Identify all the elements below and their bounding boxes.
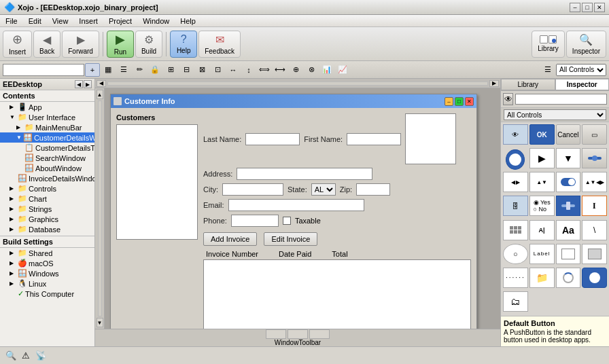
status-search-icon[interactable]: 🔍	[5, 350, 16, 361]
menu-window[interactable]: Window	[137, 16, 175, 26]
ctrl-db-icons[interactable]: 🗄	[503, 196, 528, 216]
edit-invoice-button[interactable]: Edit Invoice	[264, 232, 317, 246]
minimize-button[interactable]: –	[570, 3, 580, 12]
forward-button[interactable]: ▶ Forward	[62, 31, 99, 58]
toolbar2-insert-btn[interactable]: +	[85, 63, 100, 77]
toolbar2-pencil-btn[interactable]: ✏	[132, 63, 147, 77]
ctrl-cancel-btn[interactable]: Cancel	[556, 124, 581, 145]
insert-button[interactable]: ⊕ Insert	[3, 31, 32, 58]
ctrl-folder[interactable]: 📁	[529, 268, 555, 288]
library-button[interactable]: Library	[532, 31, 565, 58]
tree-item-custdetails[interactable]: ▼ 🪟 CustomerDetailsWindow	[0, 132, 94, 143]
ctrl-ok-btn[interactable]: OK	[529, 124, 555, 145]
inspector-button[interactable]: 🔍 Inspector	[566, 31, 606, 58]
run-button[interactable]: ▶ Run	[107, 31, 134, 58]
feedback-button[interactable]: ✉ Feedback	[198, 31, 241, 58]
city-input[interactable]	[222, 183, 283, 196]
ctrl-dots[interactable]: ······	[503, 268, 528, 288]
win-minimize-btn[interactable]: –	[445, 97, 453, 106]
nav-left-btn[interactable]: ◀	[75, 80, 83, 88]
toolbar2-tb6-btn[interactable]: ⟷	[273, 63, 288, 77]
toolbar2-grid2-btn[interactable]: ⊞	[163, 63, 178, 77]
menu-project[interactable]: Project	[103, 16, 137, 26]
toolbar2-tb9-btn[interactable]: 📊	[319, 63, 334, 77]
ctrl-text-edit-selected[interactable]: 𝐈	[582, 196, 607, 216]
tree-item-shared[interactable]: ▶ 📁 Shared	[0, 248, 94, 258]
canvas-scroll-right[interactable]: ▶	[489, 80, 499, 87]
tree-item-ui[interactable]: ▼ 📁 User Interface	[0, 112, 94, 122]
toolbar2-tb8-btn[interactable]: ⊗	[304, 63, 319, 77]
help-button[interactable]: ? Help	[170, 31, 197, 58]
ctrl-circle2[interactable]: ○	[503, 244, 528, 264]
toolbar2-tb7-btn[interactable]: ⊕	[288, 63, 303, 77]
state-select[interactable]: AL	[311, 183, 336, 196]
customers-list[interactable]	[116, 124, 198, 240]
controls-dropdown[interactable]: All Controls	[556, 64, 606, 76]
tree-item-chart[interactable]: ▶ 📁 Chart	[0, 194, 94, 204]
tree-item-app[interactable]: ▶ 📱 App	[0, 102, 94, 112]
phone-input[interactable]	[231, 215, 279, 227]
ctrl-line[interactable]: \	[582, 220, 607, 240]
nav-right-btn[interactable]: ▶	[84, 80, 92, 88]
close-button[interactable]: ✕	[594, 3, 605, 12]
maximize-button[interactable]: □	[582, 3, 593, 12]
ctrl-blue-slider[interactable]	[556, 196, 581, 216]
wt-icon-2[interactable]	[288, 329, 308, 339]
toolbar2-tb10-btn[interactable]: 📈	[335, 63, 350, 77]
menu-view[interactable]: View	[47, 16, 74, 26]
tree-item-macos[interactable]: ▶ 🍎 macOS	[0, 258, 94, 268]
last-name-input[interactable]	[245, 133, 300, 145]
wt-icon-3[interactable]	[309, 329, 330, 339]
ctrl-dropdown[interactable]: ▼	[556, 148, 581, 168]
toolbar2-lock-btn[interactable]: 🔒	[147, 63, 162, 77]
tree-item-strings[interactable]: ▶ 📁 Strings	[0, 204, 94, 214]
status-rss-icon[interactable]: 📡	[35, 350, 46, 361]
ctrl-blue-btn[interactable]	[582, 268, 607, 288]
first-name-input[interactable]	[347, 133, 401, 145]
vscroll-up[interactable]: ▲	[97, 90, 103, 99]
ctrl-label[interactable]: Label	[529, 244, 555, 264]
email-input[interactable]	[228, 199, 364, 211]
menu-insert[interactable]: Insert	[73, 16, 103, 26]
tab-inspector[interactable]: Inspector	[555, 79, 610, 90]
tree-item-custdetailstoolbar[interactable]: 📋 CustomerDetailsToolbar	[0, 143, 94, 153]
ctrl-arrow[interactable]: ▶	[529, 148, 555, 168]
tree-item-invoicewin[interactable]: 🪟 InvoiceDetailsWindow	[0, 173, 94, 183]
menu-file[interactable]: File	[0, 16, 23, 26]
toolbar2-tb4-btn[interactable]: ↕	[241, 63, 256, 77]
win-close-btn[interactable]: ✕	[465, 97, 474, 106]
add-invoice-button[interactable]: Add Invoice	[203, 232, 257, 246]
ctrl-scroll[interactable]: ◀▶	[503, 172, 528, 192]
ctrl-file[interactable]: 🗂	[503, 291, 528, 312]
toolbar2-tb3-btn[interactable]: ↔	[226, 63, 241, 77]
build-button[interactable]: ⚙ Build	[135, 31, 162, 58]
tree-item-linux[interactable]: ▶ 🐧 Linux	[0, 278, 94, 289]
toolbar2-tb5-btn[interactable]: ⟺	[257, 63, 272, 77]
controls-filter-select[interactable]: All Controls	[504, 109, 606, 120]
toolbar2-grid-btn[interactable]: ▦	[101, 63, 116, 77]
ctrl-stepper[interactable]: ▲▼	[529, 172, 555, 192]
toolbar2-tb1-btn[interactable]: ⊠	[194, 63, 209, 77]
tree-item-controls[interactable]: ▶ 📁 Controls	[0, 183, 94, 194]
search-input[interactable]	[3, 64, 84, 76]
canvas-scrollbar[interactable]	[107, 81, 488, 86]
ctrl-scroll2[interactable]: ▲▼◀▶	[582, 172, 607, 192]
invoice-table-body[interactable]	[203, 260, 471, 329]
menu-edit[interactable]: Edit	[23, 16, 47, 26]
canvas-scroll-left[interactable]: ◀	[97, 80, 106, 87]
ctrl-filled-rect[interactable]	[582, 244, 607, 264]
ctrl-aa[interactable]: Aa	[556, 220, 581, 240]
tab-library[interactable]: Library	[501, 79, 555, 90]
ctrl-radio[interactable]: ◉ Yes○ No	[529, 196, 555, 216]
ctrl-circle-btn[interactable]	[506, 149, 525, 170]
taxable-checkbox[interactable]	[283, 217, 291, 225]
eye-toggle-btn[interactable]: 👁	[503, 93, 513, 105]
win-maximize-btn[interactable]: □	[455, 97, 464, 106]
ctrl-slider[interactable]	[582, 148, 607, 168]
back-button[interactable]: ◀ Back	[33, 31, 60, 58]
status-warning-icon[interactable]: ⚠	[22, 350, 30, 361]
ctrl-toggle[interactable]	[556, 172, 581, 192]
ctrl-spinner[interactable]	[556, 268, 581, 288]
vscroll-down[interactable]: ▼	[97, 318, 103, 327]
zip-input[interactable]	[356, 183, 390, 196]
